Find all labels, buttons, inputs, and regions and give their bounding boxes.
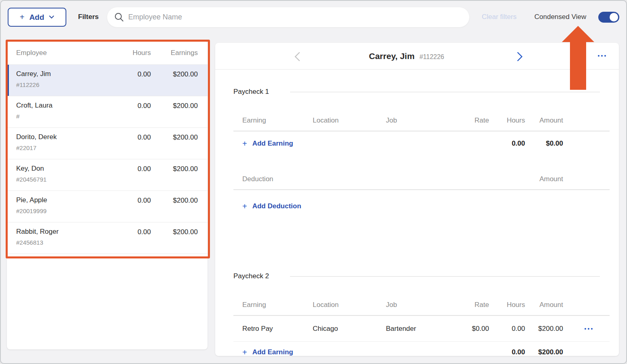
- column-location: Location: [313, 301, 386, 309]
- add-earning-button[interactable]: + Add Earning: [233, 348, 489, 356]
- employee-id: #20456791: [16, 176, 110, 183]
- paycheck-detail-panel: Carrey, Jim #112226 Paycheck 1 Earning L…: [215, 43, 619, 356]
- column-job: Job: [386, 301, 436, 309]
- plus-icon: +: [242, 202, 247, 211]
- earning-name: Retro Pay: [233, 325, 313, 333]
- more-options-icon: [598, 55, 599, 57]
- column-earnings: Earnings: [151, 49, 198, 57]
- employee-name: Croft, Laura: [16, 102, 53, 109]
- column-amount: Amount: [525, 116, 563, 125]
- earning-job: Bartender: [386, 325, 436, 333]
- earning-rate: $0.00: [436, 325, 489, 333]
- more-options-icon: [585, 328, 586, 330]
- employee-hours: 0.00: [110, 165, 151, 173]
- condensed-view-toggle[interactable]: [598, 12, 619, 23]
- employee-row[interactable]: Croft, Laura # 0.00 $200.00: [7, 96, 208, 128]
- detail-header: Carrey, Jim #112226: [215, 43, 619, 70]
- earning-row: Retro Pay Chicago Bartender $0.00 0.00 $…: [233, 316, 610, 342]
- add-deduction-label: Add Deduction: [252, 202, 301, 210]
- search-input[interactable]: [128, 13, 461, 21]
- chevron-right-icon: [517, 52, 523, 61]
- column-rate: Rate: [436, 301, 489, 309]
- paycheck2-section-title: Paycheck 2: [233, 270, 610, 282]
- app-window: + Add Filters Clear filters Condensed Vi…: [0, 0, 627, 364]
- section-divider: [290, 92, 600, 92]
- employee-row[interactable]: Rabbit, Roger #2456813 0.00 $200.00: [7, 222, 208, 254]
- column-rate: Rate: [436, 116, 489, 125]
- employee-hours: 0.00: [110, 70, 151, 78]
- employee-earnings: $200.00: [151, 228, 198, 236]
- add-earning-label: Add Earning: [252, 140, 293, 148]
- toggle-knob: [610, 13, 618, 21]
- employee-hours: 0.00: [110, 196, 151, 205]
- chevron-left-icon: [294, 52, 300, 61]
- paycheck1-section-title: Paycheck 1: [233, 86, 610, 98]
- column-amount: Amount: [525, 301, 563, 309]
- paycheck2-title: Paycheck 2: [233, 272, 269, 280]
- employee-id: #: [16, 113, 110, 120]
- employee-earnings: $200.00: [151, 70, 198, 78]
- earning-amount: $200.00: [525, 325, 563, 333]
- paycheck2-totals-row: + Add Earning 0.00 $200.00: [233, 342, 610, 356]
- paycheck1-totals-row: + Add Earning 0.00 $0.00: [233, 131, 610, 156]
- plus-icon: +: [242, 348, 247, 356]
- detail-title: Carrey, Jim #112226: [369, 43, 444, 70]
- paycheck1-total-hours: 0.00: [489, 140, 525, 148]
- plus-icon: +: [242, 139, 247, 148]
- column-hours: Hours: [110, 49, 151, 57]
- employee-earnings: $200.00: [151, 102, 198, 110]
- column-amount: Amount: [525, 175, 563, 183]
- more-options-button[interactable]: [597, 55, 606, 57]
- paycheck2-earning-header: Earning Location Job Rate Hours Amount: [233, 294, 610, 316]
- earning-location: Chicago: [313, 325, 386, 333]
- employee-row[interactable]: Dorito, Derek #22017 0.00 $200.00: [7, 128, 208, 159]
- detail-employee-name: Carrey, Jim: [369, 51, 415, 61]
- add-deduction-button[interactable]: + Add Deduction: [233, 202, 489, 211]
- plus-icon: +: [20, 13, 25, 22]
- paycheck1-total-amount: $0.00: [525, 140, 563, 148]
- detail-body: Paycheck 1 Earning Location Job Rate Hou…: [215, 86, 619, 356]
- employee-name: Pie, Apple: [16, 196, 47, 204]
- paycheck1-deduction-header: Deduction Amount: [233, 169, 610, 190]
- column-job: Job: [386, 116, 436, 125]
- employee-id: #2456813: [16, 239, 110, 246]
- column-location: Location: [313, 116, 386, 125]
- previous-employee-button[interactable]: [293, 51, 301, 62]
- next-employee-button[interactable]: [516, 51, 524, 62]
- detail-employee-id: #112226: [419, 52, 444, 61]
- employee-list-panel: Employee Hours Earnings Carrey, Jim #112…: [7, 41, 208, 349]
- search-icon: [114, 13, 124, 22]
- employee-row[interactable]: Key, Don #20456791 0.00 $200.00: [7, 159, 208, 191]
- employee-earnings: $200.00: [151, 133, 198, 142]
- employee-id: #22017: [16, 144, 110, 151]
- paycheck2-total-hours: 0.00: [489, 348, 525, 356]
- paycheck1-earning-header: Earning Location Job Rate Hours Amount: [233, 110, 610, 131]
- employee-name: Carrey, Jim: [16, 70, 51, 78]
- arrow-head: [562, 26, 594, 42]
- earning-row-menu-button[interactable]: [563, 328, 610, 330]
- column-employee: Employee: [16, 49, 110, 57]
- add-button-label: Add: [29, 13, 44, 22]
- chevron-down-icon: [49, 15, 54, 19]
- employee-row[interactable]: Pie, Apple #20019999 0.00 $200.00: [7, 191, 208, 222]
- employee-name: Rabbit, Roger: [16, 228, 59, 235]
- add-earning-button[interactable]: + Add Earning: [233, 139, 489, 148]
- employee-hours: 0.00: [110, 133, 151, 142]
- column-hours: Hours: [489, 116, 525, 125]
- employee-row[interactable]: Carrey, Jim #112226 0.00 $200.00: [7, 65, 208, 96]
- add-earning-label: Add Earning: [252, 348, 293, 356]
- earning-hours: 0.00: [489, 325, 525, 333]
- section-divider: [290, 276, 600, 277]
- add-button[interactable]: + Add: [8, 8, 66, 27]
- employee-hours: 0.00: [110, 228, 151, 236]
- column-earning: Earning: [233, 116, 313, 125]
- paycheck1-deduction-row: + Add Deduction: [233, 190, 610, 222]
- search-bar[interactable]: [107, 7, 470, 28]
- employee-earnings: $200.00: [151, 196, 198, 205]
- clear-filters-button[interactable]: Clear filters: [482, 13, 517, 21]
- paycheck2-total-amount: $200.00: [525, 348, 563, 356]
- employee-list-header: Employee Hours Earnings: [7, 41, 208, 65]
- condensed-view-label: Condensed View: [534, 13, 586, 21]
- column-earning: Earning: [233, 301, 313, 309]
- column-hours: Hours: [489, 301, 525, 309]
